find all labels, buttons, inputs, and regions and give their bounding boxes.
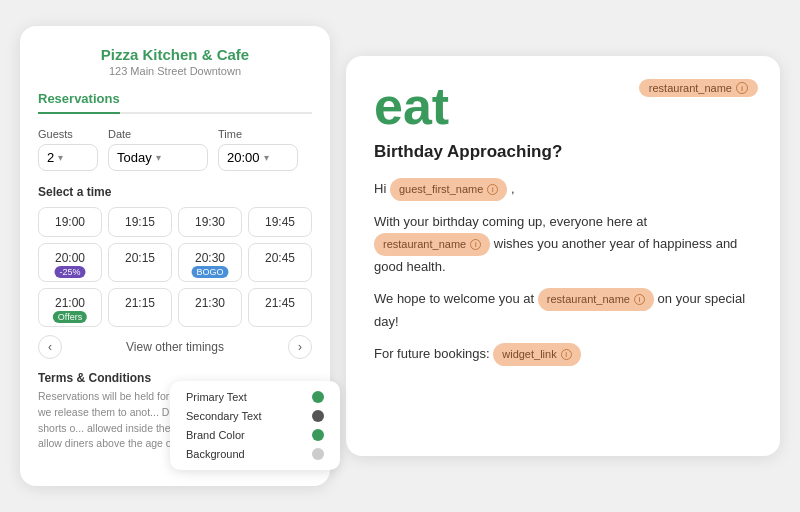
legend-row: Secondary Text (186, 410, 324, 422)
restaurant-name-tag-text: restaurant_name (649, 82, 732, 94)
time-group: Time 20:00 ▾ (218, 128, 298, 171)
widget-link-tag: widget_link i (493, 343, 580, 366)
p1-text: With your birthday coming up, everyone h… (374, 214, 647, 229)
time-select[interactable]: 20:00 ▾ (218, 144, 298, 171)
time-value: 21:45 (265, 296, 295, 310)
time-slot[interactable]: 21:00Offers (38, 288, 102, 327)
time-slot[interactable]: 21:15 (108, 288, 172, 327)
restaurant-name-tag-inline2: restaurant_name i (538, 288, 654, 311)
color-legend-popup: Primary TextSecondary TextBrand ColorBac… (170, 381, 340, 470)
left-panel: Pizza Kitchen & Cafe 123 Main Street Dow… (20, 26, 330, 486)
time-value: 20:00 (227, 150, 260, 165)
email-paragraph2: We hope to welcome you at restaurant_nam… (374, 288, 752, 333)
time-value: 20:00 (55, 251, 85, 265)
time-value: 20:30 (195, 251, 225, 265)
info-icon: i (470, 239, 481, 250)
legend-row: Brand Color (186, 429, 324, 441)
info-icon: i (634, 294, 645, 305)
guests-select[interactable]: 2 ▾ (38, 144, 98, 171)
legend-dot (312, 410, 324, 422)
legend-row: Background (186, 448, 324, 460)
time-value: 20:15 (125, 251, 155, 265)
legend-dot (312, 448, 324, 460)
time-slot[interactable]: 21:30 (178, 288, 242, 327)
view-other-timings[interactable]: View other timings (126, 340, 224, 354)
time-value: 20:45 (265, 251, 295, 265)
booking-form: Guests 2 ▾ Date Today ▾ Time 20:00 ▾ (38, 128, 312, 171)
time-value: 19:30 (195, 215, 225, 229)
time-value: 21:15 (125, 296, 155, 310)
time-nav: ‹ View other timings › (38, 335, 312, 359)
time-value: 19:00 (55, 215, 85, 229)
chevron-down-icon: ▾ (58, 152, 63, 163)
time-slot[interactable]: 19:00 (38, 207, 102, 237)
time-slot[interactable]: 20:45 (248, 243, 312, 282)
email-body: Hi guest_first_name i , With your birthd… (374, 178, 752, 366)
time-slot[interactable]: 19:15 (108, 207, 172, 237)
select-time-label: Select a time (38, 185, 312, 199)
date-label: Date (108, 128, 208, 140)
restaurant-name-tag-top: restaurant_name i (639, 78, 758, 97)
time-slot[interactable]: 21:45 (248, 288, 312, 327)
time-label: Time (218, 128, 298, 140)
time-badge: BOGO (191, 266, 228, 278)
time-badge: Offers (53, 311, 87, 323)
restaurant-name-tag-badge: restaurant_name i (639, 79, 758, 97)
restaurant-name-tag-inline1: restaurant_name i (374, 233, 490, 256)
legend-label: Primary Text (186, 391, 247, 403)
date-group: Date Today ▾ (108, 128, 208, 171)
time-slot[interactable]: 19:45 (248, 207, 312, 237)
email-footer: For future bookings: widget_link i (374, 343, 752, 366)
legend-dot (312, 391, 324, 403)
time-slot[interactable]: 20:15 (108, 243, 172, 282)
time-grid: 19:0019:1519:3019:4520:00-25%20:1520:30B… (38, 207, 312, 327)
time-value: 19:15 (125, 215, 155, 229)
time-slot[interactable]: 19:30 (178, 207, 242, 237)
restaurant-name: Pizza Kitchen & Cafe (38, 46, 312, 63)
legend-row: Primary Text (186, 391, 324, 403)
legend-label: Secondary Text (186, 410, 262, 422)
restaurant-name-tag3-text: restaurant_name (547, 290, 630, 309)
legend-label: Brand Color (186, 429, 245, 441)
prev-arrow[interactable]: ‹ (38, 335, 62, 359)
info-icon: i (487, 184, 498, 195)
email-subject: Birthday Approaching? (374, 142, 752, 162)
restaurant-name-tag2-text: restaurant_name (383, 235, 466, 254)
time-badge: -25% (54, 266, 85, 278)
time-slot[interactable]: 20:30BOGO (178, 243, 242, 282)
legend-label: Background (186, 448, 245, 460)
legend-dot (312, 429, 324, 441)
chevron-down-icon: ▾ (264, 152, 269, 163)
right-panel: eat restaurant_name i Birthday Approachi… (346, 56, 780, 456)
next-arrow[interactable]: › (288, 335, 312, 359)
guest-first-name-tag: guest_first_name i (390, 178, 507, 201)
p2-text: We hope to welcome you at (374, 291, 534, 306)
guests-group: Guests 2 ▾ (38, 128, 98, 171)
guests-value: 2 (47, 150, 54, 165)
tab-reservations[interactable]: Reservations (38, 91, 120, 114)
date-value: Today (117, 150, 152, 165)
time-value: 19:45 (265, 215, 295, 229)
chevron-down-icon: ▾ (156, 152, 161, 163)
date-select[interactable]: Today ▾ (108, 144, 208, 171)
comma: , (511, 181, 515, 196)
hi-text: Hi (374, 181, 386, 196)
restaurant-address: 123 Main Street Downtown (38, 65, 312, 77)
email-paragraph1: With your birthday coming up, everyone h… (374, 211, 752, 278)
footer-text: For future bookings: (374, 346, 490, 361)
guests-label: Guests (38, 128, 98, 140)
tabs: Reservations (38, 91, 312, 114)
guest-first-name-text: guest_first_name (399, 180, 483, 199)
time-value: 21:30 (195, 296, 225, 310)
email-hi-line: Hi guest_first_name i , (374, 178, 752, 201)
info-icon: i (561, 349, 572, 360)
time-value: 21:00 (55, 296, 85, 310)
widget-link-text: widget_link (502, 345, 556, 364)
info-icon: i (736, 82, 748, 94)
time-slot[interactable]: 20:00-25% (38, 243, 102, 282)
